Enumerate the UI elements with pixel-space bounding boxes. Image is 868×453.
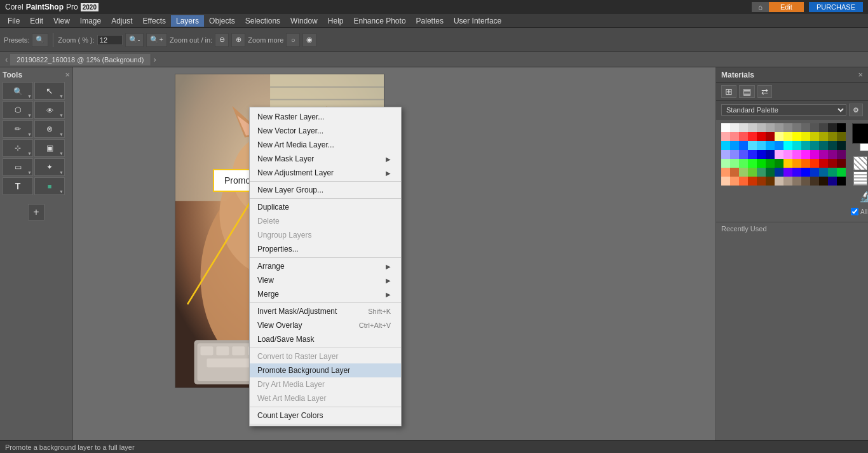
swatch[interactable] (721, 141, 730, 150)
fill-tool[interactable]: ▣ ▼ (34, 139, 65, 157)
swatch[interactable] (828, 159, 837, 168)
menu-item-promote-bg[interactable]: Promote Background Layer (250, 363, 401, 377)
swatch[interactable] (828, 177, 837, 186)
swatch[interactable] (748, 159, 757, 168)
color-tool[interactable]: ■ ▼ (34, 177, 65, 195)
menu-edit[interactable]: Edit (25, 15, 48, 27)
swatch[interactable] (721, 159, 730, 168)
swatch-white[interactable] (721, 123, 730, 132)
menu-item-view-overlay[interactable]: View Overlay Ctrl+Alt+V (250, 318, 401, 332)
menu-window[interactable]: Window (285, 15, 323, 27)
menu-objects[interactable]: Objects (204, 15, 240, 27)
add-layer-button[interactable]: + (28, 204, 44, 220)
swatch[interactable] (739, 168, 748, 177)
zoom-out-btn2[interactable]: ⊖ (215, 33, 229, 47)
menu-view[interactable]: View (48, 15, 75, 27)
zoom-tool[interactable]: ▼ (3, 82, 33, 100)
swatch[interactable] (748, 168, 757, 177)
menu-item-load-save-mask[interactable]: Load/Save Mask (250, 332, 401, 346)
crop-tool[interactable]: ⊹ ▼ (3, 139, 33, 157)
swatch[interactable] (757, 141, 766, 150)
menu-file[interactable]: File (3, 15, 25, 27)
swatch[interactable] (775, 150, 783, 159)
swatch[interactable] (810, 159, 819, 168)
swatch[interactable] (766, 141, 775, 150)
swatch[interactable] (748, 141, 757, 150)
zoom-circle-out[interactable]: ○ (286, 33, 300, 47)
zoom-in-btn2[interactable]: ⊕ (231, 33, 245, 47)
swatch[interactable] (801, 159, 810, 168)
swatch[interactable] (775, 123, 783, 132)
menu-adjust[interactable]: Adjust (106, 15, 137, 27)
swatch[interactable] (730, 123, 739, 132)
palette-select[interactable]: Standard Palette (721, 104, 846, 116)
swatch[interactable] (828, 132, 837, 141)
menu-image[interactable]: Image (75, 15, 106, 27)
swatch[interactable] (730, 150, 739, 159)
swatch[interactable] (766, 177, 775, 186)
swatch[interactable] (730, 159, 739, 168)
swatch[interactable] (783, 177, 792, 186)
swatch[interactable] (757, 177, 766, 186)
mat-swap-button[interactable] (757, 85, 772, 98)
eyedropper-tool[interactable]: 🔬 (859, 191, 868, 203)
swatch[interactable] (792, 168, 801, 177)
zoom-input[interactable] (97, 35, 123, 45)
swatch[interactable] (837, 168, 846, 177)
paint-tool[interactable]: ✏ ▼ (3, 120, 33, 138)
swatch[interactable] (819, 150, 828, 159)
deform-tool[interactable]: ⬡ ▼ (3, 101, 33, 119)
swatch-black[interactable] (837, 123, 846, 132)
swatch[interactable] (766, 159, 775, 168)
swatch[interactable] (739, 141, 748, 150)
menu-item-count-colors[interactable]: Count Layer Colors (250, 409, 401, 423)
swatch[interactable] (721, 132, 730, 141)
swatch[interactable] (819, 123, 828, 132)
swatch[interactable] (828, 168, 837, 177)
menu-item-duplicate[interactable]: Duplicate (250, 200, 401, 214)
menu-item-properties[interactable]: Properties... (250, 242, 401, 256)
swatch[interactable] (766, 123, 775, 132)
swatch[interactable] (792, 177, 801, 186)
swatch[interactable] (730, 168, 739, 177)
swatch[interactable] (828, 141, 837, 150)
edit-button[interactable]: Edit (769, 2, 804, 12)
tab-nav-left[interactable]: ‹ (3, 55, 10, 64)
all-tools-checkbox[interactable] (851, 208, 858, 215)
swatch[interactable] (783, 159, 792, 168)
swatch[interactable] (721, 168, 730, 177)
swatch[interactable] (801, 141, 810, 150)
swatch[interactable] (837, 141, 846, 150)
effects-tool[interactable]: ✦ ▼ (34, 158, 65, 176)
tools-close-button[interactable]: × (65, 70, 70, 79)
pattern-swatch-1[interactable] (853, 156, 867, 170)
text-tool[interactable] (3, 177, 33, 195)
swatch[interactable] (757, 123, 766, 132)
swatch[interactable] (775, 177, 783, 186)
active-tab[interactable]: 20190822_160018 @ 12% (Background) (10, 54, 151, 65)
swatch[interactable] (739, 177, 748, 186)
presets-button[interactable]: 🔍 (32, 33, 48, 47)
pattern-swatch-3[interactable] (853, 172, 867, 186)
swatch[interactable] (748, 132, 757, 141)
swatch[interactable] (757, 168, 766, 177)
menu-item-arrange[interactable]: Arrange ▶ (250, 259, 401, 273)
swatch[interactable] (819, 159, 828, 168)
select-tool[interactable]: ▼ (34, 82, 65, 100)
swatch[interactable] (837, 150, 846, 159)
foreground-color-box[interactable] (852, 123, 868, 144)
swatch[interactable] (810, 150, 819, 159)
swatch[interactable] (783, 168, 792, 177)
swatch[interactable] (783, 123, 792, 132)
swatch[interactable] (766, 150, 775, 159)
swatch[interactable] (810, 177, 819, 186)
swatch[interactable] (837, 159, 846, 168)
swatch[interactable] (757, 159, 766, 168)
swatch[interactable] (810, 132, 819, 141)
zoom-out-button[interactable]: 🔍- (125, 33, 144, 47)
menu-palettes[interactable]: Palettes (411, 15, 449, 27)
menu-user-interface[interactable]: User Interface (449, 15, 506, 27)
swatch[interactable] (792, 159, 801, 168)
swatch[interactable] (828, 123, 837, 132)
swatch[interactable] (792, 132, 801, 141)
